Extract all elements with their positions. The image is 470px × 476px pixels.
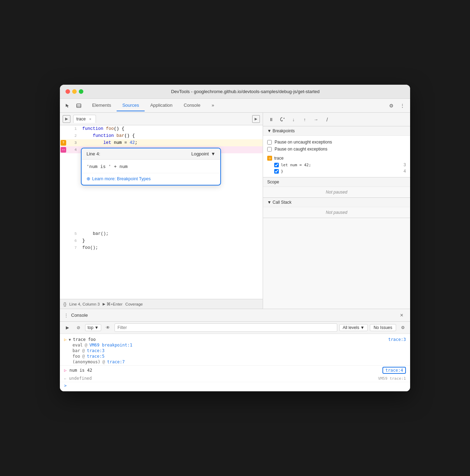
undefined-text: undefined [69,376,92,381]
step-out-button[interactable]: ↑ [300,115,309,124]
more-options-icon[interactable]: ⋮ [398,101,407,111]
step-button[interactable]: → [311,115,320,124]
console-title: Console [71,313,398,318]
call-stack-title: ▼ Call Stack [267,200,291,205]
console-area: ⋮ Console × ▶ ⊘ top ▼ 👁 All levels ▼ No … [60,309,410,391]
main-layout: ▶ trace × ▶ 1 function foo() { [60,113,410,309]
trace-at-4: @ [102,359,105,364]
line-num-3: 3 [67,139,81,146]
settings-icon[interactable]: ⚙ [386,101,396,111]
status-bar: {} Line 4, Column 3 ▶ ⌘+Enter Coverage [60,299,263,309]
line-content-2: function bar() { [81,132,263,139]
file-tab-trace[interactable]: trace × [73,115,96,123]
gutter-4[interactable]: •• [60,146,67,153]
run-shortcut: ⌘+Enter [106,302,123,307]
trace-sub-name-foo: foo [72,354,80,359]
code-editor[interactable]: 1 function foo() { 2 function bar() { ? [60,125,263,299]
bp-item-checkbox-1[interactable] [274,163,279,167]
console-close-button[interactable]: × [398,311,406,320]
trace-header-link[interactable]: trace:3 [388,337,406,342]
maximize-button[interactable] [79,89,83,94]
trace-toggle-icon[interactable]: ▼ [69,338,71,342]
live-expressions-icon[interactable]: 👁 [103,323,112,332]
undefined-icon: ← [64,377,66,380]
call-stack-header[interactable]: ▼ Call Stack [263,198,410,207]
right-panel-toggle[interactable]: ▶ [252,115,260,123]
logpoint-type-dropdown[interactable]: Logpoint ▼ [191,151,215,156]
console-play-icon[interactable]: ▶ [63,323,72,332]
braces-icon: {} [63,301,67,307]
context-dropdown[interactable]: top ▼ [85,324,101,331]
logpoint-header: Line 4: Logpoint ▼ [82,148,220,160]
learn-more-link[interactable]: ⊕ Learn more: Breakpoint Types [87,176,215,181]
deactivate-breakpoints-button[interactable]: / [323,115,332,124]
line-content-7: foo(); [81,244,263,251]
pause-caught-checkbox[interactable] [267,147,272,152]
trace-link-eval[interactable]: VM69 breakpoint:1 [89,343,132,348]
gutter-2 [60,132,67,139]
svg-rect-0 [77,104,81,107]
file-tab-close-icon[interactable]: × [88,117,93,121]
undefined-link[interactable]: VM59 trace:1 [378,376,406,381]
console-header: ⋮ Console × [60,309,410,322]
call-stack-not-paused: Not paused [263,207,410,218]
console-settings-icon[interactable]: ⚙ [398,323,407,332]
file-tab-bar: ▶ trace × ▶ [60,113,263,125]
trace-sub-name-bar: bar [72,348,80,353]
step-over-button[interactable] [278,115,287,124]
logpoint-line-label: Line 4: [87,151,100,156]
log-levels-dropdown[interactable]: All levels ▼ [339,324,367,331]
console-menu-icon[interactable]: ⋮ [64,313,68,318]
cursor-icon[interactable] [63,101,72,111]
output-link[interactable]: trace:4 [382,367,406,374]
trace-header-row[interactable]: ▷ ▼ trace foo trace:3 [60,337,410,342]
scope-not-paused: Not paused [263,187,410,197]
trace-group: ▷ ▼ trace foo trace:3 eval @ VM69 breakp… [60,336,410,365]
bp-item-checkbox-2[interactable] [274,169,279,174]
console-toolbar: ▶ ⊘ top ▼ 👁 All levels ▼ No Issues ⚙ [60,322,410,334]
pause-resume-button[interactable]: ⏸ [267,115,276,124]
window-title: DevTools - googlechrome.github.io/devtoo… [86,89,405,94]
trace-link-bar[interactable]: trace:3 [87,348,105,353]
trace-link-foo[interactable]: trace:5 [87,354,105,359]
run-button[interactable]: ▶ ⌘+Enter [103,302,123,307]
dock-icon[interactable] [74,101,84,111]
scope-title: Scope [267,180,279,184]
code-line-1: 1 function foo() { [60,125,263,132]
close-button[interactable] [65,89,70,94]
file-navigator-icon[interactable]: ▶ [63,115,70,123]
code-line-7: 7 foo(); [60,244,263,251]
scope-section: Scope Not paused [263,177,410,198]
context-dropdown-icon: ▼ [95,325,99,330]
logpoint-dropdown-icon: ▼ [211,151,215,156]
console-block-icon[interactable]: ⊘ [74,323,83,332]
trace-group-icon: ▷ [64,337,67,342]
tab-console[interactable]: Console [178,100,206,111]
code-line-2: 2 function bar() { [60,132,263,139]
console-filter-input[interactable] [115,323,338,332]
trace-link-anon[interactable]: trace:7 [107,359,125,364]
gutter-3[interactable]: ? [60,139,67,146]
scope-header[interactable]: Scope [263,177,410,187]
gutter-1 [60,125,67,132]
bp-item-code-2: } [281,169,283,174]
breakpoints-title: ▼ Breakpoints [267,128,295,133]
cursor-position: Line 4, Column 3 [69,302,100,306]
breakpoint-file-entry: ⊙ trace [267,155,406,162]
line-num-1: 1 [67,125,81,132]
tab-application[interactable]: Application [145,100,178,111]
tab-sources[interactable]: Sources [117,100,145,111]
pause-caught-row: Pause on caught exceptions [267,146,406,153]
more-tabs-button[interactable]: » [206,100,220,111]
pause-uncaught-checkbox[interactable] [267,140,272,145]
logpoint-body [82,160,220,173]
minimize-button[interactable] [72,89,77,94]
no-issues-button[interactable]: No Issues [370,324,396,331]
logpoint-footer: ⊕ Learn more: Breakpoint Types [82,173,220,185]
logpoint-expression-input[interactable] [87,164,215,169]
trace-sub-eval: eval @ VM69 breakpoint:1 [60,342,410,348]
step-into-button[interactable]: ↓ [289,115,298,124]
breakpoints-header[interactable]: ▼ Breakpoints [263,126,410,136]
console-prompt[interactable]: > [60,382,410,389]
tab-elements[interactable]: Elements [87,100,117,111]
